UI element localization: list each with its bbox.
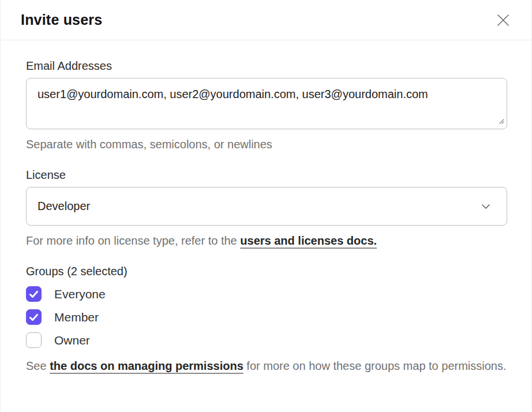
invite-users-dialog: Invite users Email Addresses user1@yourd… [0,0,532,412]
close-button[interactable] [493,10,513,30]
license-label: License [26,168,506,182]
group-option-label: Everyone [54,286,106,302]
groups-helper-text: See the docs on managing permissions for… [26,358,511,374]
dialog-header: Invite users [1,0,531,40]
dialog-title: Invite users [21,12,102,28]
group-option-owner[interactable]: Owner [26,332,90,348]
groups-helper-suffix: for more on how these groups map to perm… [243,359,507,372]
groups-label: Groups (2 selected) [26,265,506,278]
chevron-down-icon [481,201,490,212]
checkbox-owner-icon[interactable] [26,332,42,348]
email-addresses-input[interactable]: user1@yourdomain.com, user2@yourdomain.c… [26,78,507,129]
license-helper-prefix: For more info on license type, refer to … [26,234,240,247]
groups-helper-prefix: See [26,359,50,372]
license-select[interactable]: Developer [26,187,507,226]
group-option-label: Member [54,309,99,325]
group-option-member[interactable]: Member [26,309,99,325]
email-helper-text: Separate with commas, semicolons, or new… [26,136,506,153]
managing-permissions-docs-link[interactable]: the docs on managing permissions [50,359,243,372]
users-licenses-docs-link[interactable]: users and licenses docs. [240,234,377,247]
group-option-label: Owner [54,332,90,348]
checkbox-member-icon[interactable] [26,309,42,325]
groups-section: Groups (2 selected) Everyone Member [26,265,506,374]
email-addresses-label: Email Addresses [26,59,506,73]
dialog-body: Email Addresses user1@yourdomain.com, us… [1,40,531,412]
checkbox-everyone-icon[interactable] [26,286,42,302]
email-field-wrap: user1@yourdomain.com, user2@yourdomain.c… [26,78,507,129]
group-option-everyone[interactable]: Everyone [26,286,106,302]
license-selected-value: Developer [38,200,90,213]
close-icon [496,13,511,28]
license-section: License Developer For more info on licen… [26,168,506,249]
license-helper-text: For more info on license type, refer to … [26,233,506,249]
